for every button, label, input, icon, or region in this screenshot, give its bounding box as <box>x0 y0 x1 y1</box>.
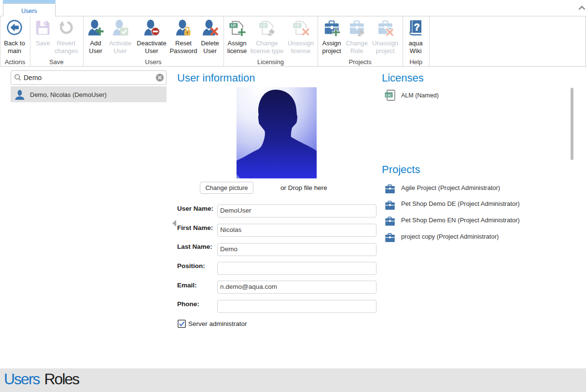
svg-text:LIC: LIC <box>231 24 236 27</box>
svg-text:LIC: LIC <box>294 24 300 27</box>
svg-text:LIC: LIC <box>386 94 391 97</box>
svg-text:?: ? <box>414 22 419 32</box>
svg-text:LIC: LIC <box>261 24 266 27</box>
